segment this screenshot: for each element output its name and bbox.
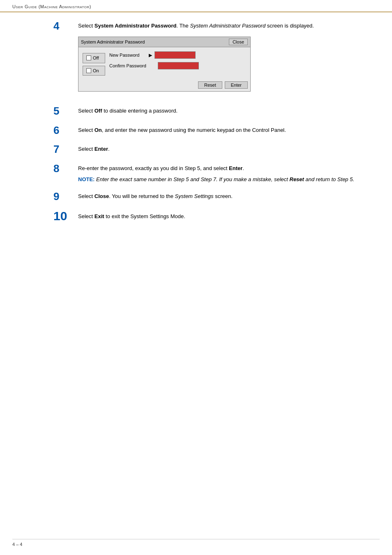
note-text: Enter the exact same number in Step 5 an… bbox=[96, 176, 354, 182]
step-8-bold: Enter bbox=[229, 165, 242, 171]
header-title: User Guide (Machine Administrator) bbox=[12, 4, 91, 9]
step-4-bold: System Administrator Password bbox=[95, 23, 177, 29]
radio-off[interactable]: Off bbox=[83, 53, 105, 63]
step-number-6: 6 bbox=[53, 125, 78, 136]
step-6: 6 Select On, and enter the new password … bbox=[53, 125, 380, 137]
step-4-italic: System Administrator Password bbox=[190, 23, 265, 29]
step-10-bold: Exit bbox=[95, 213, 104, 219]
reset-button[interactable]: Reset bbox=[198, 81, 222, 89]
page-header: User Guide (Machine Administrator) bbox=[0, 0, 392, 12]
step-7: 7 Select Enter. bbox=[53, 144, 380, 156]
radio-on-label: On bbox=[93, 67, 99, 74]
step-10-text: Select Exit to exit the System Settings … bbox=[78, 212, 380, 221]
dialog-right: New Password ▶ Confirm Password bbox=[109, 51, 246, 76]
content-area: 4 Select System Administrator Password. … bbox=[0, 12, 392, 239]
step-5-bold: Off bbox=[95, 108, 102, 114]
note-reset-bold: Reset bbox=[290, 176, 304, 182]
step-8: 8 Re-enter the password, exactly as you … bbox=[53, 163, 380, 184]
step-6-bold: On bbox=[95, 127, 102, 133]
enter-button[interactable]: Enter bbox=[225, 81, 248, 89]
step-6-content: Select On, and enter the new password us… bbox=[78, 125, 380, 137]
page-container: User Guide (Machine Administrator) 4 Sel… bbox=[0, 0, 392, 555]
confirm-password-label: Confirm Password bbox=[109, 62, 146, 69]
radio-off-label: Off bbox=[93, 55, 99, 62]
step-7-text: Select Enter. bbox=[78, 145, 380, 153]
step-number-9: 9 bbox=[53, 191, 78, 202]
step-5-content: Select Off to disable entering a passwor… bbox=[78, 106, 380, 117]
step-4: 4 Select System Administrator Password. … bbox=[53, 21, 380, 98]
dialog-titlebar: System Administrator Password Close bbox=[78, 37, 250, 48]
step-4-text: Select System Administrator Password. Th… bbox=[78, 22, 380, 30]
dialog-title-text: System Administrator Password bbox=[81, 39, 145, 46]
step-5-text: Select Off to disable entering a passwor… bbox=[78, 107, 380, 115]
step-10: 10 Select Exit to exit the System Settin… bbox=[53, 210, 380, 223]
step-4-content: Select System Administrator Password. Th… bbox=[78, 21, 380, 98]
new-password-label: New Password bbox=[109, 52, 146, 59]
step-9-italic: System Settings bbox=[175, 193, 214, 199]
step-9-bold: Close bbox=[95, 193, 109, 199]
step-5: 5 Select Off to disable entering a passw… bbox=[53, 106, 380, 117]
dialog-buttons: Reset Enter bbox=[78, 80, 250, 91]
radio-on[interactable]: On bbox=[83, 66, 105, 76]
note-label: NOTE: bbox=[78, 176, 95, 182]
page-number: 4 – 4 bbox=[12, 542, 22, 547]
dialog-close-button[interactable]: Close bbox=[229, 39, 248, 45]
step-number-8: 8 bbox=[53, 163, 78, 174]
step-9-text: Select Close. You will be returned to th… bbox=[78, 192, 380, 200]
dialog-wrapper: System Administrator Password Close Off bbox=[78, 37, 380, 92]
dialog-body: Off On New Password bbox=[78, 47, 250, 80]
new-password-input[interactable] bbox=[154, 51, 196, 59]
step-10-content: Select Exit to exit the System Settings … bbox=[78, 210, 380, 223]
step-number-7: 7 bbox=[53, 144, 78, 154]
new-password-arrow: ▶ bbox=[149, 52, 152, 59]
radio-off-box bbox=[86, 55, 91, 60]
step-number-4: 4 bbox=[53, 21, 78, 31]
step-7-content: Select Enter. bbox=[78, 144, 380, 156]
confirm-password-input[interactable] bbox=[158, 62, 199, 69]
step-number-10: 10 bbox=[53, 210, 78, 222]
step-8-content: Re-enter the password, exactly as you di… bbox=[78, 163, 380, 184]
dialog-left: Off On bbox=[83, 51, 105, 76]
step-6-text: Select On, and enter the new password us… bbox=[78, 126, 380, 134]
step-7-bold: Enter bbox=[95, 146, 108, 152]
radio-on-box bbox=[86, 68, 91, 73]
step-9-content: Select Close. You will be returned to th… bbox=[78, 191, 380, 203]
page-footer: 4 – 4 bbox=[12, 539, 380, 547]
step-number-5: 5 bbox=[53, 106, 78, 116]
step-8-text: Re-enter the password, exactly as you di… bbox=[78, 164, 380, 173]
dialog-box: System Administrator Password Close Off bbox=[78, 37, 251, 92]
step-9: 9 Select Close. You will be returned to … bbox=[53, 191, 380, 203]
new-password-row: New Password ▶ bbox=[109, 51, 246, 59]
step-8-note: NOTE: Enter the exact same number in Ste… bbox=[78, 175, 380, 184]
confirm-password-row: Confirm Password bbox=[109, 62, 246, 69]
